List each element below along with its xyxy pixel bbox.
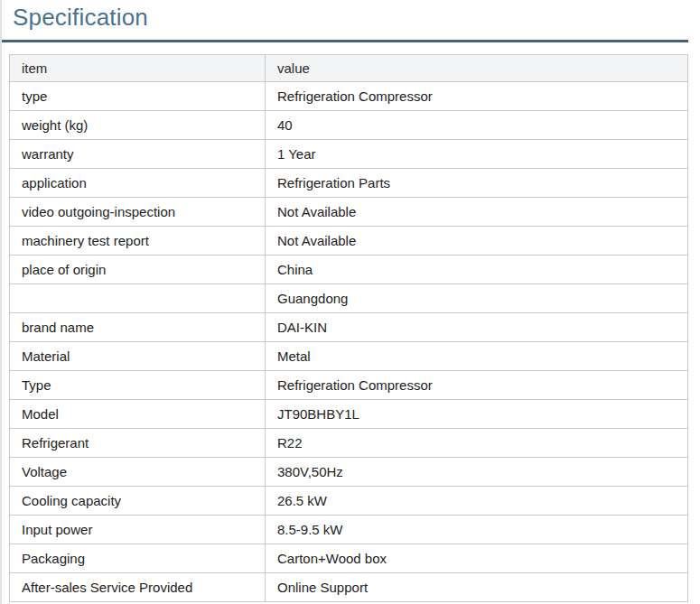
- table-row: Guangdong: [10, 284, 688, 313]
- table-row: video outgoing-inspection Not Available: [10, 198, 688, 227]
- table-row: Material Metal: [10, 342, 688, 371]
- table-row: brand name DAI-KIN: [10, 313, 688, 342]
- value-cell: DAI-KIN: [266, 313, 688, 342]
- item-cell: After-sales Service Provided: [10, 573, 266, 602]
- value-cell: Guangdong: [266, 284, 688, 313]
- specification-table: item value type Refrigeration Compressor…: [9, 54, 688, 602]
- table-row: Packaging Carton+Wood box: [10, 544, 688, 573]
- value-cell: Refrigeration Parts: [266, 169, 688, 198]
- table-header-row: item value: [10, 55, 688, 82]
- item-cell: Input power: [10, 516, 266, 544]
- item-cell: machinery test report: [10, 227, 266, 256]
- table-row: machinery test report Not Available: [10, 227, 688, 256]
- table-row: application Refrigeration Parts: [10, 169, 688, 198]
- column-header-value: value: [266, 55, 688, 82]
- table-row: Input power 8.5-9.5 kW: [10, 516, 688, 544]
- table-row: type Refrigeration Compressor: [10, 82, 688, 111]
- table-row: place of origin China: [10, 256, 688, 284]
- item-cell: type: [10, 82, 266, 111]
- specification-section: Specification item value type Refrigerat…: [0, 0, 700, 604]
- item-cell: video outgoing-inspection: [10, 198, 266, 227]
- value-cell: 1 Year: [266, 140, 688, 169]
- table-row: After-sales Service Provided Online Supp…: [10, 573, 688, 602]
- value-cell: Carton+Wood box: [266, 544, 688, 573]
- table-row: Type Refrigeration Compressor: [10, 371, 688, 400]
- item-cell: brand name: [10, 313, 266, 342]
- value-cell: R22: [266, 429, 688, 458]
- value-cell: Not Available: [266, 198, 688, 227]
- table-row: Model JT90BHBY1L: [10, 400, 688, 429]
- table-row: Voltage 380V,50Hz: [10, 458, 688, 487]
- table-row: weight (kg) 40: [10, 111, 688, 140]
- value-cell: JT90BHBY1L: [266, 400, 688, 429]
- item-cell: weight (kg): [10, 111, 266, 140]
- item-cell: place of origin: [10, 256, 266, 284]
- table-row: Refrigerant R22: [10, 429, 688, 458]
- value-cell: 40: [266, 111, 688, 140]
- item-cell: application: [10, 169, 266, 198]
- value-cell: 380V,50Hz: [266, 458, 688, 487]
- table-row: Cooling capacity 26.5 kW: [10, 487, 688, 516]
- value-cell: Metal: [266, 342, 688, 371]
- item-cell: warranty: [10, 140, 266, 169]
- value-cell: Not Available: [266, 227, 688, 256]
- item-cell: Refrigerant: [10, 429, 266, 458]
- value-cell: 8.5-9.5 kW: [266, 516, 688, 544]
- item-cell: Model: [10, 400, 266, 429]
- value-cell: 26.5 kW: [266, 487, 688, 516]
- value-cell: China: [266, 256, 688, 284]
- item-cell: Cooling capacity: [10, 487, 266, 516]
- item-cell: Packaging: [10, 544, 266, 573]
- table-row: warranty 1 Year: [10, 140, 688, 169]
- page-title: Specification: [2, 0, 688, 42]
- item-cell: Type: [10, 371, 266, 400]
- value-cell: Refrigeration Compressor: [266, 371, 688, 400]
- column-header-item: item: [10, 55, 266, 82]
- item-cell: Material: [10, 342, 266, 371]
- value-cell: Refrigeration Compressor: [266, 82, 688, 111]
- item-cell: Voltage: [10, 458, 266, 487]
- value-cell: Online Support: [266, 573, 688, 602]
- item-cell: [10, 284, 266, 313]
